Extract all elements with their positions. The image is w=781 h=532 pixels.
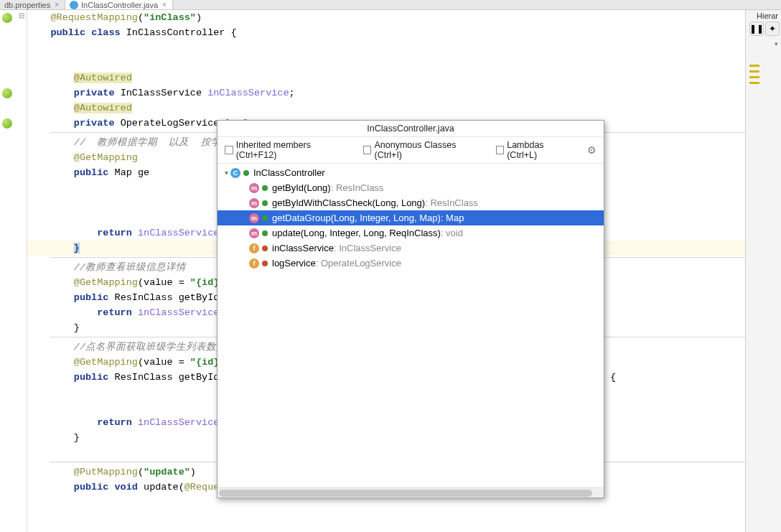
code-line[interactable]: public ResInClass getByIdWith: [27, 370, 243, 385]
code-line[interactable]: @Autowired: [27, 101, 132, 116]
anonymous-classes-checkbox[interactable]: Anonymous Classes (Ctrl+I): [363, 140, 483, 160]
method-icon: m: [249, 228, 259, 238]
spring-bean-gutter-icon[interactable]: [2, 88, 12, 98]
warning-marker[interactable]: [749, 76, 759, 78]
tree-node-field[interactable]: flogService: OperateLogService: [218, 256, 604, 271]
class-icon: C: [230, 168, 240, 178]
visibility-public-icon: [262, 200, 268, 206]
visibility-public-icon: [262, 185, 268, 191]
scrollbar-thumb[interactable]: [219, 490, 592, 497]
visibility-private-icon: [262, 261, 268, 266]
tree-node-field[interactable]: finClassService: InClassService: [218, 241, 604, 256]
popup-toolbar: Inherited members (Ctrl+F12) Anonymous C…: [218, 137, 604, 164]
tree-node-label: InClassController: [253, 167, 325, 178]
code-line[interactable]: public Map ge: [27, 165, 149, 180]
code-line[interactable]: private InClassService inClassService;: [27, 85, 295, 101]
tree-node-return-type: : ResInClass: [331, 182, 384, 193]
tab-db-properties[interactable]: db.properties ×: [0, 0, 65, 9]
lambdas-checkbox[interactable]: Lambdas (Ctrl+L): [496, 140, 574, 160]
icon-gutter: [0, 10, 17, 532]
tree-node-label: update(Long, Integer, Long, ReqInClass): [272, 228, 441, 238]
tree-node-label: inClassService: [272, 243, 334, 253]
code-line[interactable]: private OperateLogService logS: [27, 116, 248, 131]
inherited-members-checkbox[interactable]: Inherited members (Ctrl+F12): [225, 140, 350, 160]
visibility-private-icon: [262, 246, 268, 251]
code-line[interactable]: public class InClassController {: [27, 25, 237, 40]
checkbox-label: Inherited members (Ctrl+F12): [236, 140, 350, 160]
code-line[interactable]: return inClassService.get: [27, 305, 243, 320]
code-line[interactable]: return inClassService.get: [27, 415, 243, 430]
fold-gutter: ⊟: [17, 10, 27, 532]
visibility-public-icon: [243, 170, 249, 176]
method-icon: m: [249, 198, 259, 208]
code-line[interactable]: //点名界面获取班级学生列表数据: [27, 340, 226, 355]
code-line[interactable]: @GetMapping: [27, 150, 138, 165]
code-line[interactable]: @PutMapping("update"): [27, 465, 196, 480]
checkbox-icon: [225, 146, 233, 154]
tree-node-method[interactable]: mupdate(Long, Integer, Long, ReqInClass)…: [218, 225, 604, 241]
code-line[interactable]: @GetMapping(value = "{id}/{cl: [27, 355, 243, 370]
tree-node-method[interactable]: mgetById(Long): ResInClass: [218, 180, 604, 195]
tree-node-return-type: : ResInClass: [425, 197, 478, 208]
tree-node-return-type: : void: [441, 228, 463, 238]
file-structure-popup: InClassController.java Inherited members…: [217, 120, 604, 498]
code-line[interactable]: }: [27, 320, 80, 335]
tree-node-label: logService: [272, 258, 316, 269]
close-icon[interactable]: ×: [162, 1, 167, 9]
code-line[interactable]: return inClassService.get: [27, 225, 243, 241]
warning-marker[interactable]: [749, 82, 759, 84]
code-line[interactable]: @Autowired: [27, 70, 132, 85]
checkbox-icon: [496, 146, 505, 154]
checkbox-label: Lambdas (Ctrl+L): [507, 140, 574, 160]
visibility-public-icon: [262, 230, 268, 236]
method-icon: m: [249, 213, 259, 223]
tree-node-label: getById(Long): [272, 182, 331, 193]
tree-node-method[interactable]: mgetByIdWithClassCheck(Long, Long): ResI…: [218, 195, 604, 210]
field-icon: f: [249, 258, 259, 269]
popup-horizontal-scrollbar[interactable]: [218, 487, 604, 498]
editor-tabs: db.properties × InClassController.java ×: [0, 0, 781, 10]
warning-marker[interactable]: [749, 65, 759, 67]
tree-node-return-type: : Map: [441, 213, 464, 223]
tab-label: db.properties: [4, 1, 50, 9]
close-icon[interactable]: ×: [55, 1, 59, 9]
right-tool-strip: Hierar ❚❚ ✦ ▾: [745, 10, 781, 532]
tree-node-method[interactable]: mgetDataGroup(Long, Integer, Long, Map):…: [218, 210, 604, 225]
tree-node-label: getDataGroup(Long, Integer, Long, Map): [272, 213, 441, 223]
pause-icon[interactable]: ❚❚: [749, 22, 764, 36]
warning-marker[interactable]: [749, 70, 759, 73]
hierarchy-tool-button[interactable]: Hierar: [754, 10, 781, 22]
code-line[interactable]: public ResInClass getById(@Pa: [27, 290, 243, 305]
code-line[interactable]: }: [27, 430, 80, 445]
checkbox-icon: [363, 146, 372, 154]
visibility-public-icon: [262, 215, 268, 221]
tab-label: InClassController.java: [81, 1, 158, 9]
tree-node-label: getByIdWithClassCheck(Long, Long): [272, 197, 425, 208]
tree-node-return-type: : InClassService: [334, 243, 401, 253]
java-class-icon: [70, 1, 78, 9]
tree-node-class[interactable]: ▾CInClassController: [218, 165, 604, 180]
tab-inclasscontroller[interactable]: InClassController.java ×: [65, 0, 173, 9]
method-icon: m: [249, 183, 259, 193]
field-icon: f: [249, 243, 259, 253]
popup-title: InClassController.java: [218, 121, 604, 137]
checkbox-label: Anonymous Classes (Ctrl+I): [374, 140, 482, 160]
code-line[interactable]: //教师查看班级信息详情: [27, 260, 186, 275]
code-line[interactable]: @RequestMapping("inClass"): [27, 10, 202, 25]
structure-tree: ▾CInClassControllermgetById(Long): ResIn…: [218, 164, 604, 487]
chevron-down-icon[interactable]: ▾: [775, 40, 778, 47]
spring-bean-gutter-icon[interactable]: [2, 118, 12, 129]
figure-icon[interactable]: ✦: [765, 22, 780, 36]
tree-node-return-type: : OperateLogService: [316, 258, 401, 269]
gear-icon[interactable]: ⚙: [587, 144, 597, 156]
chevron-down-icon[interactable]: ▾: [222, 169, 230, 177]
spring-bean-gutter-icon[interactable]: [2, 13, 12, 23]
code-line[interactable]: @GetMapping(value = "{id}"): [27, 275, 231, 290]
